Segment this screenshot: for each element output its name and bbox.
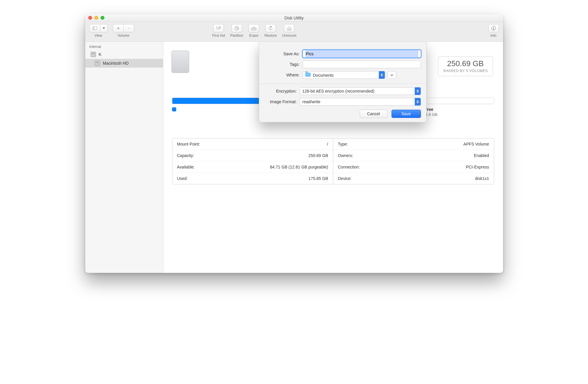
restore-button[interactable] — [265, 24, 276, 32]
row-format: Image Format: read/write — [264, 98, 421, 106]
sidebar-item-label: Macintosh HD — [103, 61, 129, 66]
unmount-button[interactable] — [284, 24, 294, 32]
minimize-button[interactable] — [94, 16, 98, 20]
detail-key: Device: — [338, 176, 352, 181]
info-button[interactable] — [488, 24, 499, 32]
save-as-input[interactable] — [305, 50, 418, 57]
select-stepper-icon — [415, 98, 421, 106]
sidebar-icon — [92, 26, 97, 30]
pie-icon — [234, 26, 239, 31]
app-window: Disk Utility View ＋ − Volume — [85, 14, 503, 273]
detail-val: disk1s1 — [475, 176, 489, 181]
encryption-value: 128-bit AES encryption (recommended) — [302, 89, 374, 94]
where-expand-button[interactable] — [387, 71, 396, 79]
eject-icon — [287, 26, 291, 31]
where-value: Documents — [313, 73, 334, 78]
window-title: Disk Utility — [284, 16, 304, 20]
format-label: Image Format: — [264, 99, 300, 104]
row-encryption: Encryption: 128-bit AES encryption (reco… — [264, 87, 421, 95]
detail-row: Used:175.85 GB — [172, 173, 333, 184]
detail-row: Connection:PCI-Express — [333, 161, 494, 173]
minus-icon: − — [127, 26, 130, 31]
detail-val: PCI-Express — [466, 165, 489, 169]
details-col-right: Type:APFS Volume Owners:Enabled Connecti… — [333, 138, 494, 184]
sidebar-section-internal: Internal — [85, 44, 163, 50]
detail-val: / — [327, 142, 328, 146]
partition-button[interactable] — [231, 24, 242, 32]
details-col-left: Mount Point:/ Capacity:250.69 GB Availab… — [172, 138, 333, 184]
svg-point-10 — [493, 27, 494, 28]
detail-val: 175.85 GB — [309, 176, 328, 181]
detail-key: Type: — [338, 142, 348, 146]
detail-row: Owners:Enabled — [333, 150, 494, 161]
tb-label-firstaid: First Aid — [212, 34, 225, 38]
legend-free-value: 71.9 GB — [424, 112, 494, 117]
sheet-actions: Cancel Save — [264, 110, 421, 118]
detail-key: Used: — [177, 176, 188, 181]
sidebar-item-k[interactable]: K — [85, 50, 163, 59]
tb-group-unmount: Unmount — [282, 24, 297, 38]
tags-label: Tags: — [264, 62, 303, 67]
tb-label-erase: Erase — [249, 34, 258, 38]
tb-group-volume: ＋ − Volume — [113, 24, 134, 38]
capacity-value: 250.69 GB — [443, 59, 488, 68]
detail-row: Available:84.71 GB (12.81 GB purgeable) — [172, 161, 333, 173]
volume-remove-button[interactable]: − — [124, 24, 134, 32]
zoom-button[interactable] — [101, 16, 104, 20]
legend-item-free: Free 71.9 GB — [418, 107, 494, 117]
format-select[interactable]: read/write — [300, 98, 421, 106]
detail-val: Enabled — [474, 153, 489, 158]
titlebar: Disk Utility — [85, 14, 503, 22]
folder-icon — [305, 73, 311, 77]
tb-group-firstaid: First Aid — [212, 24, 225, 38]
content-area: 250.69 GB SHARED BY 5 VOLUMES Free 71.9 — [163, 42, 503, 273]
toolbar: View ＋ − Volume First Aid Partition — [85, 22, 503, 42]
detail-val: APFS Volume — [463, 142, 489, 146]
detail-row: Mount Point:/ — [172, 138, 333, 150]
tags-input[interactable] — [303, 61, 421, 68]
detail-val: 250.69 GB — [309, 153, 328, 158]
svg-marker-2 — [103, 27, 105, 29]
svg-marker-7 — [287, 26, 291, 29]
chevron-down-icon — [390, 74, 393, 76]
traffic-lights — [88, 16, 104, 20]
erase-icon — [251, 26, 256, 30]
save-button[interactable]: Save — [392, 110, 421, 118]
volume-add-button[interactable]: ＋ — [113, 24, 124, 32]
encryption-select[interactable]: 128-bit AES encryption (recommended) — [300, 87, 421, 95]
tb-group-partition: Partition — [230, 24, 243, 38]
detail-key: Available: — [177, 165, 195, 169]
cancel-button[interactable]: Cancel — [360, 110, 387, 118]
details-table: Mount Point:/ Capacity:250.69 GB Availab… — [172, 138, 494, 184]
tb-group-view: View — [89, 24, 108, 38]
tb-label-volume: Volume — [117, 34, 129, 38]
detail-key: Capacity: — [177, 153, 194, 158]
plus-icon: ＋ — [116, 25, 121, 31]
svg-rect-5 — [251, 28, 256, 30]
tb-group-restore: Restore — [264, 24, 277, 38]
sheet-divider — [259, 84, 426, 84]
close-button[interactable] — [88, 16, 92, 20]
first-aid-button[interactable] — [213, 24, 224, 32]
legend-chip — [172, 107, 176, 111]
tb-label-unmount: Unmount — [282, 34, 297, 38]
sidebar-item-label: K — [99, 52, 101, 57]
disk-icon — [91, 52, 96, 57]
svg-rect-11 — [493, 28, 494, 30]
sidebar-item-macintosh-hd[interactable]: Macintosh HD — [85, 59, 163, 68]
row-tags: Tags: — [264, 61, 421, 68]
detail-val: 84.71 GB (12.81 GB purgeable) — [270, 165, 328, 169]
view-menu-button[interactable] — [100, 24, 108, 32]
save-sheet: Save As: Tags: Where: Documents — [259, 42, 427, 122]
tb-label-partition: Partition — [230, 34, 243, 38]
detail-key: Owners: — [338, 153, 353, 158]
view-sidebar-button[interactable] — [89, 24, 100, 32]
save-as-label: Save As: — [264, 51, 303, 56]
tb-label-info: Info — [490, 34, 496, 38]
legend-item-hidden1 — [172, 107, 178, 117]
tb-label-restore: Restore — [264, 34, 277, 38]
erase-button[interactable] — [249, 24, 259, 32]
svg-marker-6 — [271, 26, 272, 28]
where-select[interactable]: Documents — [303, 71, 385, 79]
capacity-box: 250.69 GB SHARED BY 5 VOLUMES — [438, 56, 493, 76]
